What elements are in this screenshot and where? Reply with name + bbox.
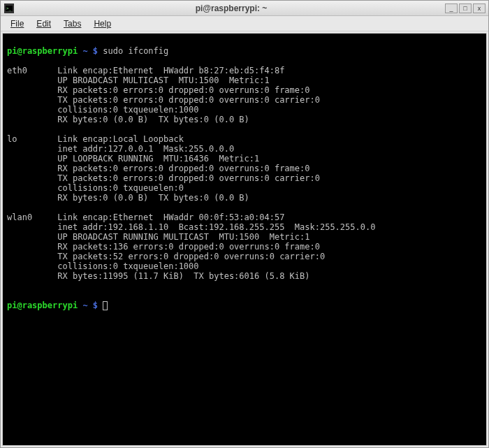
titlebar[interactable]: >_ pi@raspberrypi: ~ _ □ x	[1, 1, 488, 16]
command-output: eth0 Link encap:Ethernet HWaddr b8:27:eb…	[7, 66, 482, 291]
window-controls: _ □ x	[445, 3, 486, 13]
prompt-symbol: $	[93, 46, 98, 56]
menu-help[interactable]: Help	[88, 17, 117, 30]
terminal-window: >_ pi@raspberrypi: ~ _ □ x File Edit Tab…	[0, 0, 489, 448]
menu-edit[interactable]: Edit	[31, 17, 57, 30]
prompt-line: pi@raspberrypi ~ $ sudo ifconfig	[7, 46, 482, 56]
maximize-button[interactable]: □	[459, 3, 472, 13]
close-button[interactable]: x	[473, 3, 486, 13]
cursor-icon	[103, 301, 108, 310]
minimize-button[interactable]: _	[445, 3, 458, 13]
menubar: File Edit Tabs Help	[1, 16, 488, 31]
window-title: pi@raspberrypi: ~	[17, 3, 445, 13]
prompt-path: ~	[82, 301, 87, 310]
terminal-area[interactable]: pi@raspberrypi ~ $ sudo ifconfig eth0 Li…	[2, 33, 487, 446]
menu-file[interactable]: File	[5, 17, 29, 30]
app-icon: >_	[3, 3, 15, 14]
command-text: sudo ifconfig	[103, 46, 168, 56]
prompt-symbol: $	[93, 301, 98, 310]
prompt-user-host: pi@raspberrypi	[7, 46, 78, 56]
prompt-line-idle: pi@raspberrypi ~ $	[7, 301, 482, 310]
svg-text:>_: >_	[6, 6, 12, 11]
prompt-path: ~	[82, 46, 87, 56]
menu-tabs[interactable]: Tabs	[58, 17, 87, 30]
prompt-user-host: pi@raspberrypi	[7, 301, 78, 310]
